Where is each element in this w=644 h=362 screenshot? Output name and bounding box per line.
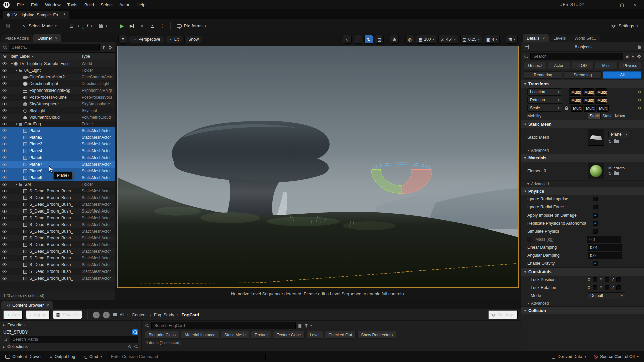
menu-item[interactable]: Tools	[64, 1, 81, 8]
forward-button[interactable]: ▶	[103, 311, 110, 319]
visibility-eye-icon[interactable]	[2, 69, 7, 72]
checkbox[interactable]	[593, 213, 598, 218]
advanced-expander[interactable]: ▾ Advanced	[521, 300, 644, 306]
filter-funnel-icon[interactable]	[304, 324, 308, 328]
outliner-row[interactable]: S_Dead_Broom_Bush_ StaticMeshActor	[0, 208, 115, 215]
lock-icon[interactable]	[638, 46, 641, 49]
viewport-layout-button[interactable]: ⊞ ▾	[506, 35, 518, 44]
stop-button[interactable]: ■	[138, 22, 147, 31]
visibility-eye-icon[interactable]	[2, 263, 7, 266]
visibility-eye-icon[interactable]	[2, 250, 7, 253]
visibility-eye-icon[interactable]	[2, 129, 7, 132]
path-search-toggle-icon[interactable]	[132, 329, 138, 335]
menu-item[interactable]: File	[14, 1, 28, 8]
outliner-row[interactable]: CardFog Folder	[0, 121, 115, 127]
location-z-value[interactable]: Multiple Values	[595, 88, 607, 96]
outliner-row[interactable]: S_Dead_Broom_Bush_ StaticMeshActor	[0, 201, 115, 208]
select-tool-button[interactable]: ↖	[343, 35, 352, 44]
outliner-row[interactable]: 00_Light Folder	[0, 67, 115, 74]
outliner-row[interactable]: S_Dead_Broom_Bush_ StaticMeshActor	[0, 268, 115, 275]
details-filter-chip[interactable]: All	[603, 71, 641, 79]
play-options-kebab-icon[interactable]: ⋮	[158, 22, 167, 31]
scale-z-value[interactable]: Multiple Values	[597, 105, 609, 112]
section-physics[interactable]: ▾ Physics	[521, 187, 644, 195]
outliner-row[interactable]: Plane7 StaticMeshActor	[0, 161, 115, 168]
grid-snap-button[interactable]: ▦ 100 ▾	[416, 35, 436, 44]
maximize-button[interactable]: ▢	[616, 2, 628, 7]
outliner-row[interactable]: VolumetricCloud VolumetricCloud	[0, 114, 115, 121]
view-mode-dropdown[interactable]: ◐ Lit	[166, 36, 182, 43]
tab-place-actors[interactable]: Place Actors	[1, 34, 33, 42]
outliner-row[interactable]: SkyAtmosphere SkyAtmosphere	[0, 101, 115, 107]
visibility-eye-icon[interactable]	[2, 76, 7, 78]
frame-skip-button[interactable]: ▶	[128, 22, 137, 31]
section-materials[interactable]: ▾ Materials	[521, 154, 644, 162]
visibility-eye-icon[interactable]	[2, 190, 7, 192]
section-collision[interactable]: ▾ Collision	[521, 306, 644, 314]
visibility-eye-icon[interactable]	[2, 230, 7, 233]
reset-location-icon[interactable]: ↺	[638, 89, 641, 95]
visibility-eye-icon[interactable]	[2, 149, 7, 152]
lock-rotation-z-checkbox[interactable]	[616, 285, 621, 290]
unreal-logo-icon[interactable]: U	[3, 2, 10, 8]
checkbox[interactable]	[593, 221, 598, 226]
outliner-row[interactable]: S_Dead_Broom_Bush_ StaticMeshActor	[0, 248, 115, 255]
outliner-row[interactable]: SM Folder	[0, 181, 115, 188]
filter-chip[interactable]: Texture Cube	[273, 331, 304, 339]
outliner-row[interactable]: S_Dead_Broom_Bush_ StaticMeshActor	[0, 255, 115, 261]
scale-dropdown[interactable]: Scale ▾	[527, 105, 562, 112]
section-constraints[interactable]: ▾ Constraints	[521, 267, 644, 276]
outliner-row[interactable]: S_Dead_Broom_Bush_ StaticMeshActor	[0, 194, 115, 201]
rotate-tool-button[interactable]: ↻	[364, 35, 373, 44]
surface-snap-button[interactable]: ◎	[405, 35, 414, 44]
expander-arrow-icon[interactable]	[15, 122, 19, 126]
outliner-row[interactable]: Plane StaticMeshActor	[0, 127, 115, 134]
rotation-z-value[interactable]: Multiple Values	[595, 97, 607, 104]
world-space-toggle-button[interactable]: ⊕	[390, 35, 399, 44]
details-search-input[interactable]	[530, 53, 623, 60]
material-thumbnail[interactable]	[588, 163, 604, 179]
visibility-eye-icon[interactable]	[2, 243, 7, 246]
visibility-eye-icon[interactable]	[2, 217, 7, 219]
blueprints-dropdown[interactable]: ƒ ▾	[83, 22, 95, 30]
expander-arrow-icon[interactable]: ▸	[3, 323, 5, 327]
move-tool-button[interactable]: +	[354, 35, 362, 44]
visibility-eye-icon[interactable]	[2, 103, 7, 105]
section-transform[interactable]: ▾ Transform	[521, 80, 644, 88]
breadcrumb-item[interactable]: All	[120, 313, 124, 317]
select-mode-dropdown[interactable]: ↖ Select Mode ▾	[20, 22, 59, 30]
outliner-row[interactable]: Plane5 StaticMeshActor	[0, 154, 115, 161]
visibility-eye-icon[interactable]	[2, 237, 7, 239]
menu-item[interactable]: Edit	[28, 1, 42, 8]
show-flags-dropdown[interactable]: Show	[184, 36, 202, 43]
outliner-row[interactable]: S_Dead_Broom_Bush_ StaticMeshActor	[0, 221, 115, 228]
reset-rotation-icon[interactable]: ↺	[638, 98, 641, 103]
visibility-eye-icon[interactable]	[2, 143, 7, 145]
add-actor-dropdown[interactable]: + ▾	[67, 23, 82, 29]
source-control-button[interactable]: Source Control Off ▾	[592, 353, 641, 360]
checkbox[interactable]	[593, 205, 598, 209]
linear-damping-input[interactable]: 0.01	[588, 244, 622, 251]
mobility-movable-button[interactable]: Movable	[613, 113, 625, 119]
details-filter-chip[interactable]: General	[524, 62, 546, 69]
menu-item[interactable]: Help	[133, 1, 149, 8]
details-filter-chip[interactable]: Actor	[548, 62, 570, 69]
tab-levels[interactable]: Levels	[549, 34, 570, 42]
scale-x-value[interactable]: Multiple Values	[571, 105, 583, 112]
expander-arrow-icon[interactable]	[15, 183, 19, 186]
close-icon[interactable]: ×	[55, 36, 57, 41]
static-mesh-thumbnail[interactable]	[588, 129, 604, 146]
settings-dropdown[interactable]: Settings ▾	[609, 22, 641, 30]
visibility-eye-icon[interactable]	[2, 183, 7, 186]
add-collection-icon[interactable]: ⊕	[128, 344, 131, 349]
outliner-row[interactable]: LV_Lighting_Sample_FogT World	[0, 60, 115, 67]
rotation-x-value[interactable]: Multiple Values	[569, 97, 581, 104]
output-log-button[interactable]: ≡ Output Log	[48, 353, 77, 360]
sort-ascending-icon[interactable]: ▲	[31, 55, 34, 58]
location-y-value[interactable]: Multiple Values	[582, 88, 594, 96]
outliner-row[interactable]: S_Dead_Broom_Bush_ StaticMeshActor	[0, 241, 115, 248]
visibility-eye-icon[interactable]	[2, 89, 7, 92]
tab-world-settings[interactable]: World Set...	[570, 34, 600, 42]
mobility-static-button[interactable]: Static	[588, 113, 600, 119]
reset-scale-icon[interactable]: ↺	[638, 106, 641, 111]
